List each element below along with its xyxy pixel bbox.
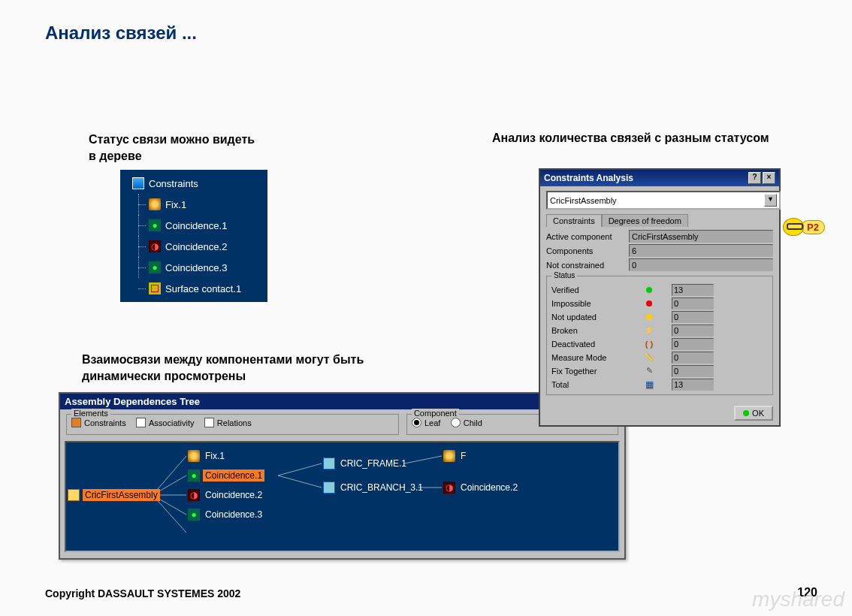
dep-node-coin1[interactable]: Coincidence.1: [188, 470, 264, 482]
status-value: 0: [672, 325, 714, 337]
status-group: Status Verified 13 Impossible 0 Not upda…: [546, 276, 773, 395]
dep-node-label: Coincidence.2: [203, 489, 264, 501]
tree-item-label: Coincidence.2: [165, 241, 227, 252]
checkbox-icon: [71, 418, 81, 427]
checkbox-associativity[interactable]: Associativity: [136, 418, 195, 427]
radio-leaf[interactable]: Leaf: [412, 418, 440, 427]
total-icon: [627, 379, 672, 390]
coincidence-icon: [443, 482, 455, 494]
status-row-impossible: Impossible 0: [551, 297, 768, 310]
constraints-tree-panel: Constraints Fix.1 Coincidence.1 Coincide…: [120, 170, 267, 302]
status-value: 0: [672, 352, 714, 364]
dep-node-label: Fix.1: [203, 450, 227, 462]
dep-node-label: Coincidence.2: [458, 482, 520, 494]
constraints-icon: [132, 177, 144, 189]
active-component-label: Active component: [546, 232, 629, 241]
dep-node-coin2b[interactable]: Coincidence.2: [443, 482, 520, 494]
not-constrained-label: Not constrained: [546, 261, 629, 270]
coincidence-icon: [149, 240, 161, 252]
tree-root[interactable]: Constraints: [122, 173, 264, 194]
chevron-down-icon: ▼: [764, 194, 777, 207]
status-row-not-updated: Not updated 0: [551, 310, 768, 323]
component-icon: [323, 482, 335, 494]
tree-item-label: Coincidence.3: [165, 262, 227, 273]
dep-node-label: F: [458, 450, 468, 462]
dependencies-tree-view[interactable]: CricFirstAssembly Fix.1 Coincidence.1 Co…: [65, 441, 620, 552]
checkbox-constraints[interactable]: Constraints: [71, 418, 126, 427]
dep-node-branch[interactable]: CRIC_BRANCH_3.1: [323, 482, 425, 494]
coincidence-icon: [188, 470, 200, 482]
status-row-deactivated: Deactivated ( ) 0: [551, 337, 768, 350]
fix-together-icon: [627, 366, 672, 376]
led-red-icon: [646, 300, 652, 306]
tree-item-coincidence3[interactable]: Coincidence.3: [122, 257, 264, 278]
tree-item-coincidence2[interactable]: Coincidence.2: [122, 236, 264, 257]
slide-title: Анализ связей ...: [45, 23, 197, 44]
elements-legend: Elements: [71, 409, 110, 418]
dep-node-label: Coincidence.3: [203, 509, 264, 521]
status-value: 0: [672, 365, 714, 377]
deactivated-icon: ( ): [645, 340, 653, 349]
checkbox-relations[interactable]: Relations: [204, 418, 252, 427]
copyright-text: Copyright DASSAULT SYSTEMES 2002: [45, 587, 240, 599]
checkbox-icon: [136, 418, 146, 427]
assembly-icon: [68, 489, 80, 501]
dep-node-coin3[interactable]: Coincidence.3: [188, 509, 264, 521]
coincidence-icon: [149, 261, 161, 273]
constraints-analysis-window: Constraints Analysis ? × CricFirstAssemb…: [539, 168, 781, 427]
dep-node-label: CRIC_FRAME.1: [338, 457, 409, 470]
face-icon: [783, 218, 804, 236]
status-row-fix-together: Fix Together 0: [551, 364, 768, 377]
ok-led-icon: [743, 410, 749, 416]
radio-child[interactable]: Child: [451, 418, 482, 427]
status-value: 0: [672, 338, 714, 350]
component-legend: Component: [412, 409, 459, 418]
status-value: 13: [672, 379, 714, 391]
broken-icon: [627, 325, 672, 335]
led-green-icon: [646, 287, 652, 293]
status-value: 13: [672, 284, 714, 296]
ok-button[interactable]: OK: [734, 406, 773, 421]
dep-node-f[interactable]: F: [443, 450, 468, 462]
caption-tree: Статус связи можно видеть в дереве: [89, 131, 255, 164]
components-value: 6: [629, 244, 773, 257]
tab-constraints[interactable]: Constraints: [546, 214, 602, 227]
tree-item-label: Fix.1: [165, 199, 186, 210]
status-row-broken: Broken 0: [551, 324, 768, 337]
status-row-total: Total 13: [551, 378, 768, 391]
radio-icon: [412, 418, 421, 427]
component-icon: [323, 457, 335, 470]
tree-item-fix[interactable]: Fix.1: [122, 194, 264, 215]
close-button[interactable]: ×: [763, 172, 775, 184]
fix-icon: [443, 450, 455, 462]
fix-icon: [149, 198, 161, 210]
caption-analysis: Анализ количества связей с разным статус…: [492, 130, 778, 146]
status-row-verified: Verified 13: [551, 283, 768, 296]
tab-degrees-of-freedom[interactable]: Degrees of freedom: [602, 214, 688, 227]
dep-node-label: Coincidence.1: [203, 470, 264, 482]
dep-node-coin2[interactable]: Coincidence.2: [188, 489, 264, 501]
dep-node-label: CRIC_BRANCH_3.1: [338, 482, 425, 494]
coincidence-icon: [149, 219, 161, 231]
tree-item-surface-contact[interactable]: Surface contact.1: [122, 278, 264, 299]
p2-badge: P2: [783, 218, 825, 236]
dep-node-frame[interactable]: CRIC_FRAME.1: [323, 457, 409, 470]
help-button[interactable]: ?: [748, 172, 761, 184]
caption-dependencies: Взаимосвязи между компонентами могут быт…: [82, 352, 382, 384]
dep-node-fix[interactable]: Fix.1: [188, 450, 227, 462]
p2-label: P2: [801, 220, 825, 234]
radio-icon: [451, 418, 461, 427]
checkbox-icon: [204, 418, 214, 427]
surface-contact-icon: [149, 282, 161, 294]
status-value: 0: [672, 311, 714, 323]
assembly-dropdown[interactable]: CricFirstAssembly ▼: [546, 191, 781, 210]
tree-item-label: Coincidence.1: [165, 220, 227, 231]
led-yellow-icon: [646, 314, 652, 320]
coincidence-icon: [188, 509, 200, 521]
status-legend: Status: [551, 271, 577, 279]
not-constrained-value: 0: [629, 258, 773, 271]
coincidence-icon: [188, 489, 200, 501]
tree-item-coincidence1[interactable]: Coincidence.1: [122, 215, 264, 236]
dep-node-root[interactable]: CricFirstAssembly: [68, 489, 160, 501]
analysis-window-titlebar: Constraints Analysis ? ×: [540, 170, 779, 186]
